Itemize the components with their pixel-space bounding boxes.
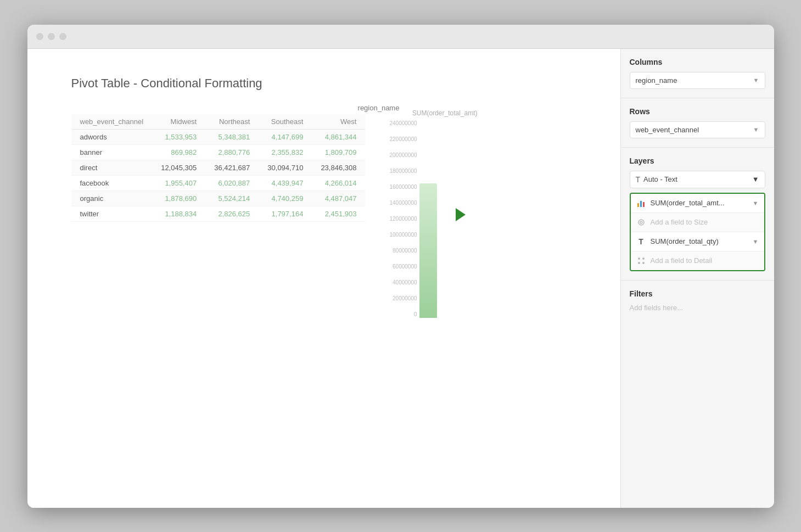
cell-channel: direct (71, 160, 153, 175)
axis-tick: 60000000 (393, 264, 417, 270)
layer-sum-amt-chevron-icon: ▼ (753, 200, 759, 206)
region-header: region_name (159, 104, 598, 112)
svg-point-3 (638, 220, 644, 225)
axis-tick: 200000000 (390, 152, 417, 158)
layers-type-label: Auto - Text (643, 175, 677, 183)
cell-channel: adwords (71, 129, 153, 144)
axis-tick: 180000000 (390, 168, 417, 174)
resize-icon (636, 217, 646, 227)
layers-section: Layers T Auto - Text ▼ (621, 148, 774, 281)
bar-chart-icon (636, 198, 646, 208)
rows-title: Rows (630, 107, 765, 116)
columns-value: region_name (636, 76, 677, 85)
cell-northeast: 5,348,381 (205, 129, 259, 144)
cell-channel: organic (71, 191, 153, 206)
rows-chevron-icon: ▼ (753, 126, 759, 133)
title-bar (27, 25, 774, 49)
columns-title: Columns (630, 58, 765, 66)
app-window: Pivot Table - Conditional Formatting reg… (27, 25, 774, 508)
traffic-light-maximize[interactable] (59, 33, 66, 40)
cell-southeast: 30,094,710 (259, 160, 312, 175)
layer-item-add-size[interactable]: Add a field to Size (631, 213, 764, 232)
axis-tick: 100000000 (390, 232, 417, 238)
cell-midwest: 1,878,690 (152, 191, 205, 206)
axis-tick: 220000000 (390, 136, 417, 142)
cell-west: 4,487,047 (312, 191, 365, 206)
cell-southeast: 1,797,164 (259, 206, 312, 221)
cell-midwest: 1,533,953 (152, 129, 205, 144)
cell-west: 4,861,344 (312, 129, 365, 144)
svg-point-5 (638, 257, 640, 260)
cell-midwest: 12,045,305 (152, 160, 205, 175)
layers-box: SUM(order_total_amt... ▼ Add a field to … (630, 193, 765, 271)
svg-point-7 (638, 262, 640, 264)
axis-tick: 120000000 (390, 216, 417, 222)
col-header-midwest: Midwest (152, 114, 205, 130)
text-format-icon: T (636, 175, 641, 184)
columns-dropdown[interactable]: region_name ▼ (630, 72, 765, 89)
add-size-label: Add a field to Size (651, 218, 759, 226)
rows-dropdown[interactable]: web_event_channel ▼ (630, 121, 765, 138)
layers-type-chevron-icon: ▼ (752, 175, 759, 183)
cell-southeast: 4,439,947 (259, 175, 312, 191)
cell-southeast: 4,147,699 (259, 129, 312, 144)
filters-placeholder: Add fields here... (630, 304, 765, 312)
table-row: direct 12,045,305 36,421,687 30,094,710 … (71, 160, 366, 175)
layer-item-sum-qty[interactable]: T SUM(order_total_qty) ▼ (631, 232, 764, 251)
cell-west: 1,809,709 (312, 144, 365, 160)
col-header-southeast: Southeast (259, 114, 312, 130)
col-header-west: West (312, 114, 365, 130)
cell-midwest: 869,982 (152, 144, 205, 160)
table-row: adwords 1,533,953 5,348,381 4,147,699 4,… (71, 129, 366, 144)
col-header-channel: web_event_channel (71, 114, 153, 130)
columns-chevron-icon: ▼ (753, 77, 759, 83)
axis-tick: 0 (414, 311, 417, 317)
svg-point-6 (642, 257, 645, 260)
text-type-icon: T (636, 237, 646, 247)
cell-southeast: 2,355,832 (259, 144, 312, 160)
layer-sum-amt-label: SUM(order_total_amt... (651, 199, 748, 207)
rows-value: web_event_channel (636, 126, 699, 134)
layer-item-add-detail[interactable]: Add a field to Detail (631, 251, 764, 270)
svg-rect-1 (640, 201, 642, 207)
cell-west: 4,266,014 (312, 175, 365, 191)
cell-channel: facebook (71, 175, 153, 191)
axis-tick: 80000000 (393, 248, 417, 254)
layer-sum-qty-label: SUM(order_total_qty) (651, 237, 748, 245)
cell-northeast: 5,524,214 (205, 191, 259, 206)
table-row: banner 869,982 2,880,776 2,355,832 1,809… (71, 144, 366, 160)
axis-tick: 140000000 (390, 200, 417, 206)
pivot-area: Pivot Table - Conditional Formatting reg… (49, 65, 598, 222)
svg-rect-2 (643, 202, 645, 207)
right-panel: Columns region_name ▼ Rows web_event_cha… (620, 49, 774, 508)
cell-midwest: 1,955,407 (152, 175, 205, 191)
cell-channel: twitter (71, 206, 153, 221)
svg-rect-0 (637, 203, 639, 207)
add-detail-label: Add a field to Detail (651, 256, 759, 265)
traffic-light-close[interactable] (36, 33, 43, 40)
cell-west: 23,846,308 (312, 160, 365, 175)
filters-section: Filters Add fields here... (621, 281, 774, 321)
traffic-light-minimize[interactable] (48, 33, 55, 40)
table-row: organic 1,878,690 5,524,214 4,740,259 4,… (71, 191, 366, 206)
col-header-northeast: Northeast (205, 114, 259, 130)
table-row: facebook 1,955,407 6,020,887 4,439,947 4… (71, 175, 366, 191)
pivot-table: web_event_channel Midwest Northeast Sout… (71, 114, 366, 222)
cell-northeast: 2,880,776 (205, 144, 259, 160)
layer-item-sum-amt[interactable]: SUM(order_total_amt... ▼ (631, 194, 764, 213)
bar-chart-title: SUM(order_total_amt) (390, 109, 478, 117)
layers-type-dropdown[interactable]: T Auto - Text ▼ (630, 171, 765, 188)
axis-tick: 40000000 (393, 279, 417, 285)
bar-fill (419, 183, 437, 318)
axis-tick: 240000000 (390, 120, 417, 126)
cell-southeast: 4,740,259 (259, 191, 312, 206)
detail-icon (636, 256, 646, 266)
columns-section: Columns region_name ▼ (621, 49, 774, 98)
layers-title: Layers (630, 156, 765, 165)
arrow-head (456, 208, 466, 221)
cell-west: 2,451,903 (312, 206, 365, 221)
y-axis: 2400000002200000002000000001800000001600… (390, 120, 417, 318)
axis-tick: 20000000 (393, 295, 417, 301)
rows-section: Rows web_event_channel ▼ (621, 98, 774, 148)
window-body: Pivot Table - Conditional Formatting reg… (27, 49, 774, 508)
